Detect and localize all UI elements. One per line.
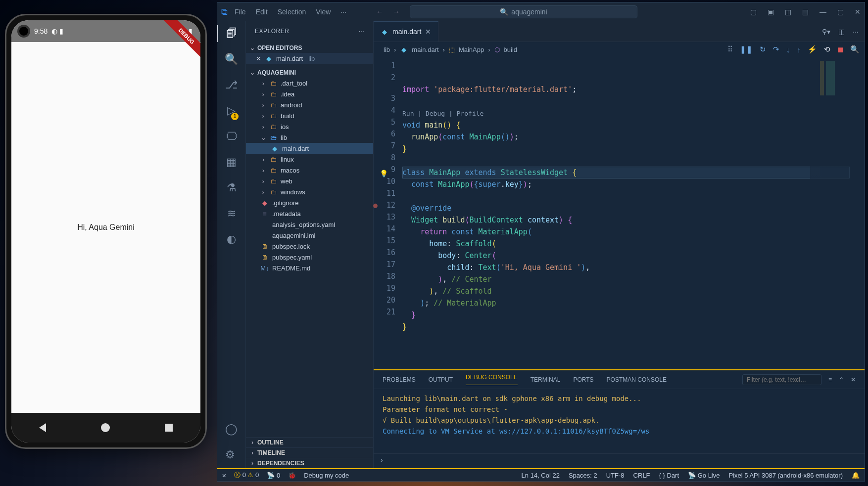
tree-item[interactable]: ›🗀.dart_tool [246, 78, 373, 88]
explorer-more-icon[interactable]: ··· [358, 28, 364, 35]
tree-item[interactable]: aquagemini.iml [246, 230, 373, 241]
account-icon[interactable]: ◯ [225, 423, 238, 436]
tree-item[interactable]: analysis_options.yaml [246, 219, 373, 230]
tree-item[interactable]: ◆main.dart [246, 143, 373, 154]
panel-filter-input[interactable] [742, 374, 821, 385]
layout-grid-icon[interactable]: ▤ [802, 8, 809, 16]
minimap[interactable] [810, 57, 865, 369]
step-over-icon[interactable]: ↷ [773, 45, 779, 54]
eol[interactable]: CRLF [633, 472, 650, 479]
debug-console-body[interactable]: Launching lib\main.dart on sdk gphone x8… [374, 389, 865, 453]
project-header[interactable]: ⌄AQUAGEMINI [246, 68, 373, 78]
tab-ports[interactable]: PORTS [573, 376, 593, 383]
tree-item[interactable]: ›🗀.idea [246, 88, 373, 99]
tree-item[interactable]: ≡.metadata [246, 208, 373, 219]
menu-selection[interactable]: Selection [278, 8, 306, 16]
tab-postman[interactable]: POSTMAN CONSOLE [607, 376, 667, 383]
android-nav-bar[interactable] [11, 413, 200, 442]
drag-handle-icon[interactable]: ⠿ [727, 45, 733, 54]
close-editor-icon[interactable]: ✕ [256, 55, 261, 62]
test-icon[interactable]: ⚗ [227, 181, 237, 194]
tab-problems[interactable]: PROBLEMS [383, 376, 416, 383]
pause-icon[interactable]: ❚❚ [740, 45, 753, 54]
command-center[interactable]: 🔍 aquagemini [410, 5, 637, 18]
tree-item[interactable]: ›🗀linux [246, 154, 373, 165]
win-maximize-icon[interactable]: ▢ [837, 8, 844, 16]
layout-right-icon[interactable]: ◫ [785, 8, 791, 16]
explorer-icon[interactable]: 🗐 [226, 27, 237, 40]
debug-indicator-icon[interactable]: 🐞 [288, 472, 296, 479]
tree-item[interactable]: ›🗀web [246, 176, 373, 186]
timeline-header[interactable]: ›TIMELINE [246, 447, 373, 458]
split-editor-icon[interactable]: ◫ [838, 28, 845, 36]
tree-item[interactable]: ›🗀build [246, 110, 373, 121]
open-editor-file[interactable]: ✕ ◆ main.dart lib [246, 53, 373, 64]
win-close-icon[interactable]: ✕ [855, 8, 861, 16]
tab-close-icon[interactable]: ✕ [425, 28, 431, 36]
debug-label[interactable]: Debug my code [304, 472, 349, 479]
step-out-icon[interactable]: ↑ [797, 45, 801, 54]
tree-item[interactable]: M↓README.md [246, 263, 373, 273]
layout-bottom-icon[interactable]: ▣ [768, 8, 774, 16]
tree-item[interactable]: ›🗀android [246, 99, 373, 110]
debug-console-input[interactable]: › [374, 453, 865, 468]
tab-output[interactable]: OUTPUT [429, 376, 453, 383]
device-selector[interactable]: Pixel 5 API 3087 (android-x86 emulator) [728, 472, 843, 479]
restart-icon[interactable]: ⟲ [824, 45, 830, 54]
tree-item[interactable]: ›🗀ios [246, 121, 373, 132]
nav-back-button[interactable]: ← [376, 8, 383, 16]
tab-debug-console[interactable]: DEBUG CONSOLE [466, 374, 518, 385]
remote-icon[interactable]: 🖵 [226, 130, 237, 143]
win-minimize-icon[interactable]: — [820, 8, 826, 16]
panel-settings-icon[interactable]: ≡ [828, 376, 832, 383]
tree-item[interactable]: ›🗀macos [246, 165, 373, 176]
menu-file[interactable]: File [235, 8, 246, 16]
panel-collapse-icon[interactable]: ⌃ [839, 376, 844, 383]
errors-count[interactable]: ⓧ 0 ⚠ 0 [234, 471, 259, 480]
hot-reload-icon[interactable]: ↻ [760, 45, 766, 54]
nav-recent-icon[interactable] [165, 424, 173, 432]
nav-fwd-button[interactable]: → [393, 8, 400, 16]
hot-restart-icon[interactable]: ⚡ [808, 45, 817, 54]
dependencies-header[interactable]: ›DEPENDENCIES [246, 458, 373, 468]
settings-icon[interactable]: ⚙ [225, 448, 238, 461]
tab-main-dart[interactable]: ◆ main.dart ✕ [374, 21, 438, 42]
menu-edit[interactable]: Edit [256, 8, 268, 16]
step-in-icon[interactable]: ↓ [786, 45, 790, 54]
breadcrumbs[interactable]: lib› ◆main.dart› ⬚MainApp› ⬡build ⠿ ❚❚ ↻… [374, 42, 865, 57]
open-editors-header[interactable]: ⌄OPEN EDITORS [246, 43, 373, 53]
code-editor[interactable]: 1234567891011●12131415161718192021 💡impo… [374, 57, 865, 369]
nav-back-icon[interactable] [39, 423, 46, 432]
tab-more-icon[interactable]: ··· [853, 28, 859, 36]
tree-item[interactable]: ⌄🗁lib [246, 132, 373, 143]
layout-left-icon[interactable]: ▢ [750, 8, 757, 16]
go-live[interactable]: 📡 Go Live [688, 472, 720, 479]
scm-icon[interactable]: ⎇ [225, 79, 238, 91]
menu-bar[interactable]: File Edit Selection View ··· [235, 8, 346, 16]
cursor-pos[interactable]: Ln 14, Col 22 [522, 472, 560, 479]
tree-item[interactable]: ›🗀windows [246, 186, 373, 197]
tab-terminal[interactable]: TERMINAL [530, 376, 561, 383]
other-ext-icon[interactable]: ◐ [227, 233, 236, 246]
tree-item[interactable]: 🗎pubspec.lock [246, 241, 373, 252]
panel-close-icon[interactable]: ✕ [851, 376, 856, 383]
tree-item[interactable]: ◆.gitignore [246, 197, 373, 208]
encoding[interactable]: UTF-8 [606, 472, 625, 479]
nav-home-icon[interactable] [101, 423, 110, 432]
menu-view[interactable]: View [316, 8, 331, 16]
flutter-icon[interactable]: ≋ [227, 207, 236, 220]
outline-header[interactable]: ›OUTLINE [246, 437, 373, 447]
menu-more[interactable]: ··· [340, 8, 346, 16]
inspector-icon[interactable]: 🔍 [850, 45, 860, 54]
code-area[interactable]: 💡import 'package:flutter/material.dart';… [402, 57, 865, 369]
tree-item[interactable]: 🗎pubspec.yaml [246, 252, 373, 263]
notifications-icon[interactable]: 🔔 [852, 472, 860, 479]
ports-count[interactable]: 📡 0 [267, 472, 280, 479]
extensions-icon[interactable]: ▦ [226, 156, 237, 169]
run-debug-icon[interactable]: ▷1 [227, 104, 236, 117]
remote-indicator[interactable]: ⨉ [222, 471, 226, 479]
search-tab-icon[interactable]: 🔍 [225, 53, 238, 66]
indent-info[interactable]: Spaces: 2 [569, 472, 597, 479]
codelens-run[interactable]: Run | Debug | Profile [402, 110, 483, 117]
lang-mode[interactable]: { } Dart [659, 472, 679, 479]
